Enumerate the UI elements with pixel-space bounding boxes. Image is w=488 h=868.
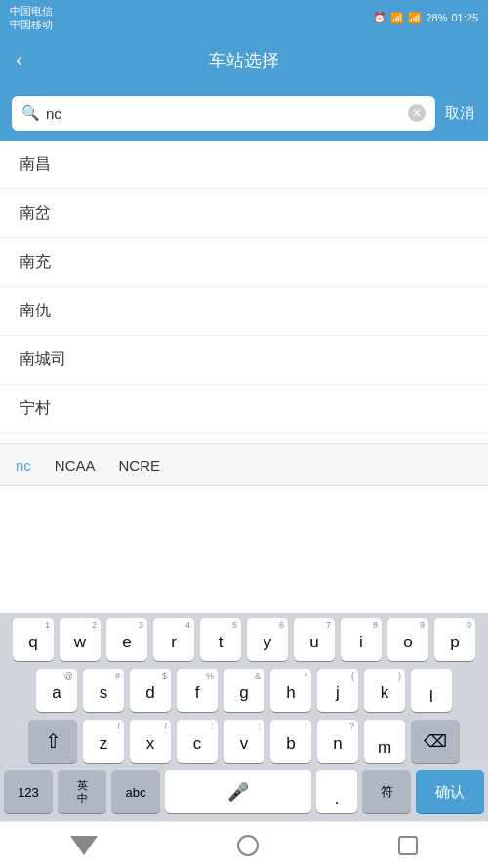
keyboard-row4: 123 英中 abc 🎤 . 符 确认: [0, 765, 488, 821]
status-right: ⏰ 📶 📶 28% 01:25: [373, 12, 478, 24]
confirm-key[interactable]: 确认: [416, 770, 484, 813]
time-display: 01:25: [451, 12, 478, 23]
shift-key[interactable]: ⇧: [28, 720, 77, 763]
wifi-icon: 📶: [390, 12, 404, 24]
key-v[interactable]: ;v: [224, 720, 264, 763]
key-t[interactable]: 5t: [200, 618, 241, 661]
shift-icon: ⇧: [45, 729, 61, 753]
carrier1: 中国电信: [10, 4, 53, 18]
key-j[interactable]: (j: [317, 669, 358, 712]
key-l[interactable]: l: [411, 669, 452, 712]
back-button[interactable]: ‹: [16, 48, 22, 73]
keyboard-row2: @a #s $d %f &g *h (j )k l: [0, 664, 488, 715]
key-dot[interactable]: .: [316, 770, 357, 813]
back-triangle-icon: [70, 836, 98, 855]
list-item[interactable]: 南岔: [0, 189, 488, 238]
carrier2: 中国移动: [10, 18, 53, 31]
key-i[interactable]: 8i: [341, 618, 382, 661]
suggestion-nc[interactable]: nc: [16, 457, 31, 474]
search-input-wrap: 🔍 ✕: [12, 96, 435, 131]
search-icon: 🔍: [21, 104, 40, 122]
delete-icon: ⌫: [424, 731, 447, 752]
key-d[interactable]: $d: [130, 669, 171, 712]
key-123[interactable]: 123: [4, 770, 53, 813]
search-input[interactable]: [46, 105, 402, 122]
keyboard-row3: ⇧ /z /x :c ;v :b ?n m ⌫: [0, 715, 488, 765]
key-lang[interactable]: 英中: [58, 770, 106, 813]
key-m[interactable]: m: [364, 720, 405, 763]
key-p[interactable]: 0p: [434, 618, 475, 661]
mic-icon: 🎤: [227, 781, 249, 803]
list-item[interactable]: 南昌: [0, 141, 488, 189]
nav-recent-button[interactable]: [398, 836, 418, 855]
key-b[interactable]: :b: [270, 720, 311, 763]
key-w[interactable]: 2w: [60, 618, 101, 661]
search-bar: 🔍 ✕ 取消: [0, 86, 488, 141]
key-f[interactable]: %f: [177, 669, 218, 712]
key-a[interactable]: @a: [36, 669, 77, 712]
key-k[interactable]: )k: [364, 669, 405, 712]
carrier-info: 中国电信 中国移动: [10, 4, 53, 32]
bottom-nav: [0, 821, 488, 868]
keyboard: 1q 2w 3e 4r 5t 6y 7u 8i 9o 0p @a #s $d %…: [0, 613, 488, 821]
clock-icon: ⏰: [373, 12, 386, 24]
key-s[interactable]: #s: [83, 669, 124, 712]
back-icon: ‹: [16, 48, 22, 73]
key-h[interactable]: *h: [270, 669, 311, 712]
list-item[interactable]: 南城司: [0, 336, 488, 385]
home-circle-icon: [237, 835, 259, 856]
key-abc[interactable]: abc: [111, 770, 160, 813]
status-bar: 中国电信 中国移动 ⏰ 📶 📶 28% 01:25: [0, 0, 488, 35]
result-list: 南昌 南岔 南充 南仇 南城司 宁村 南曹: [0, 141, 488, 443]
confirm-label: 确认: [435, 783, 465, 802]
page-title: 车站选择: [209, 49, 279, 72]
header: ‹ 车站选择: [0, 35, 488, 86]
space-key[interactable]: 🎤: [165, 770, 311, 813]
recent-square-icon: [398, 836, 418, 855]
list-item[interactable]: 南仇: [0, 287, 488, 336]
key-u[interactable]: 7u: [294, 618, 335, 661]
key-o[interactable]: 9o: [387, 618, 428, 661]
suggestion-ncaa[interactable]: NCAA: [55, 457, 96, 474]
key-fu[interactable]: 符: [362, 770, 411, 813]
key-c[interactable]: :c: [177, 720, 218, 763]
delete-key[interactable]: ⌫: [411, 720, 460, 763]
key-g[interactable]: &g: [224, 669, 264, 712]
list-item[interactable]: 宁村: [0, 385, 488, 434]
key-x[interactable]: /x: [130, 720, 171, 763]
battery-level: 28%: [426, 12, 447, 23]
key-y[interactable]: 6y: [247, 618, 288, 661]
list-item[interactable]: 南曹: [0, 434, 488, 443]
suggestions-bar: nc NCAA NCRE: [0, 443, 488, 486]
signal-icon: 📶: [408, 12, 422, 24]
keyboard-row1: 1q 2w 3e 4r 5t 6y 7u 8i 9o 0p: [0, 613, 488, 664]
nav-back-button[interactable]: [70, 836, 98, 855]
suggestion-ncre[interactable]: NCRE: [119, 457, 161, 474]
key-z[interactable]: /z: [83, 720, 124, 763]
clear-button[interactable]: ✕: [408, 104, 426, 122]
key-n[interactable]: ?n: [317, 720, 358, 763]
cancel-button[interactable]: 取消: [443, 101, 476, 127]
key-e[interactable]: 3e: [106, 618, 147, 661]
key-r[interactable]: 4r: [153, 618, 194, 661]
list-item[interactable]: 南充: [0, 238, 488, 287]
key-q[interactable]: 1q: [13, 618, 54, 661]
nav-home-button[interactable]: [237, 835, 259, 856]
